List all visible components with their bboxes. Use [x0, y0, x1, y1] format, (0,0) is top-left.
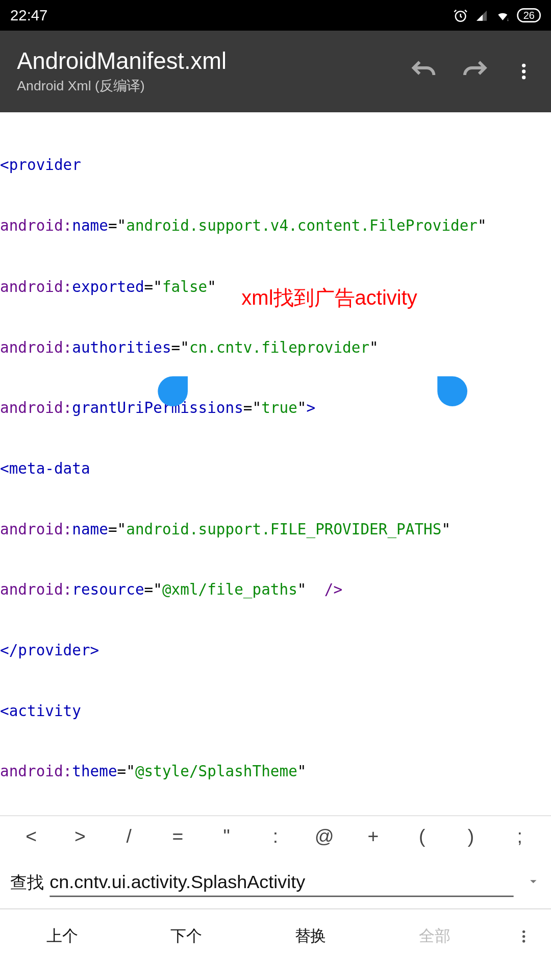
code-line: android:authorities="cn.cntv.fileprovide… — [0, 337, 551, 358]
svg-point-4 — [522, 76, 525, 79]
code-line: android:resource="@xml/file_paths" /> — [0, 580, 551, 600]
code-editor[interactable]: <provider android:name="android.support.… — [0, 112, 551, 815]
svg-text:↓: ↓ — [507, 16, 510, 21]
annotation-overlay: xml找到广告activity — [241, 284, 417, 312]
code-line: </provider> — [0, 641, 551, 661]
code-line: android:name="android.support.v4.content… — [0, 216, 551, 236]
symbol-key[interactable]: ( — [397, 825, 446, 847]
symbol-key[interactable]: " — [202, 825, 251, 847]
wifi-icon: ↓ — [495, 9, 510, 21]
redo-button[interactable] — [461, 57, 490, 86]
status-time: 22:47 — [10, 7, 47, 24]
code-line: <activity — [0, 701, 551, 721]
find-bar: 查找 — [0, 856, 551, 909]
replace-all-button[interactable]: 全部 — [372, 925, 496, 946]
code-line: android:grantUriPermissions="true"> — [0, 398, 551, 419]
symbol-key[interactable]: @ — [300, 825, 349, 847]
overflow-menu-icon[interactable] — [514, 57, 534, 86]
code-line: <meta-data — [0, 458, 551, 479]
next-button[interactable]: 下个 — [124, 925, 248, 946]
symbol-bar: < > / = " : @ + ( ) ; — [0, 815, 551, 856]
find-label: 查找 — [10, 871, 44, 894]
replace-button[interactable]: 替换 — [248, 925, 372, 946]
find-more-button[interactable] — [496, 926, 551, 945]
code-line: <provider — [0, 156, 551, 176]
battery-icon: 26 — [517, 8, 541, 22]
svg-point-7 — [522, 940, 525, 943]
statusbar: 22:47 ↓ 26 — [0, 0, 551, 31]
find-input[interactable] — [49, 868, 513, 897]
code-line: android:theme="@style/SplashTheme" — [0, 762, 551, 782]
symbol-key[interactable]: ; — [495, 825, 544, 847]
symbol-key[interactable]: < — [7, 825, 56, 847]
svg-point-5 — [522, 930, 525, 933]
overflow-menu-icon — [516, 928, 532, 945]
page-subtitle: Android Xml (反编译) — [17, 77, 409, 95]
svg-point-3 — [522, 69, 525, 73]
selection-handle-end[interactable] — [437, 376, 467, 406]
undo-button[interactable] — [409, 57, 437, 86]
selection-handle-start[interactable] — [158, 376, 188, 406]
find-dropdown[interactable] — [526, 873, 541, 891]
signal-icon — [475, 9, 489, 21]
chevron-down-icon — [526, 873, 541, 888]
symbol-key[interactable]: ) — [446, 825, 495, 847]
symbol-key[interactable]: > — [56, 825, 105, 847]
page-title: AndroidManifest.xml — [17, 47, 409, 74]
actionbar: AndroidManifest.xml Android Xml (反编译) — [0, 31, 551, 112]
svg-point-6 — [522, 936, 525, 938]
find-actions: 上个 下个 替换 全部 — [0, 909, 551, 962]
symbol-key[interactable]: + — [349, 825, 398, 847]
symbol-key[interactable]: = — [154, 825, 203, 847]
prev-button[interactable]: 上个 — [0, 925, 124, 946]
symbol-key[interactable]: : — [251, 825, 300, 847]
alarm-icon — [453, 8, 468, 22]
status-icons: ↓ 26 — [453, 8, 541, 22]
svg-point-2 — [522, 64, 525, 67]
symbol-key[interactable]: / — [105, 825, 154, 847]
code-line: android:name="android.support.FILE_PROVI… — [0, 519, 551, 540]
